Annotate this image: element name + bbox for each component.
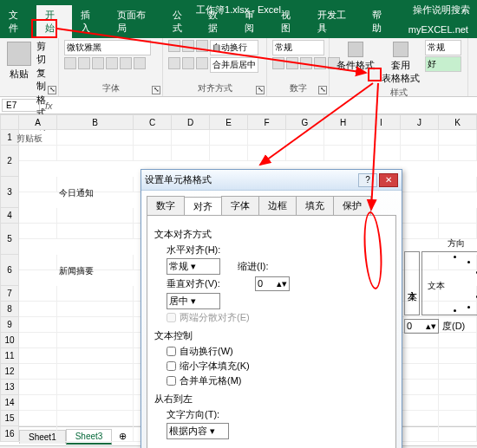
dialog-help-button[interactable]: ? [358, 173, 377, 187]
cell[interactable] [439, 380, 477, 395]
cell[interactable] [172, 130, 210, 146]
dialog-tab-number[interactable]: 数字 [147, 196, 185, 215]
dialog-tab-font[interactable]: 字体 [221, 196, 259, 215]
indent-spinner[interactable]: 0▴▾ [255, 276, 290, 291]
cell[interactable] [401, 177, 439, 192]
tab-home[interactable]: 开始 [36, 5, 73, 38]
v-align-select[interactable]: 居中 ▾ [167, 293, 220, 309]
row-header[interactable]: 13 [0, 380, 19, 395]
row-header[interactable]: 15 [0, 411, 19, 426]
cell[interactable] [439, 426, 477, 442]
cell[interactable] [401, 395, 439, 411]
cell[interactable] [57, 333, 134, 348]
cell[interactable] [57, 146, 134, 161]
font-name-select[interactable]: 微软雅黑 [64, 40, 151, 55]
cell[interactable] [19, 380, 57, 395]
cell[interactable] [439, 130, 477, 146]
number-format-select[interactable]: 常规 [272, 40, 324, 55]
cell[interactable] [19, 146, 57, 161]
row-header[interactable]: 12 [0, 364, 19, 380]
col-header[interactable]: E [210, 114, 248, 130]
dialog-tab-protect[interactable]: 保护 [333, 196, 371, 215]
tab-help[interactable]: 帮助 [363, 5, 400, 38]
degree-spinner[interactable]: 0▴▾ [404, 319, 439, 334]
cell[interactable] [439, 177, 477, 192]
vertical-text-button[interactable]: 文本 [404, 251, 420, 315]
row-header[interactable]: 8 [0, 302, 19, 317]
cell[interactable] [324, 146, 363, 161]
cell[interactable] [19, 255, 57, 270]
align-top-icon[interactable] [168, 40, 180, 52]
dec-inc-icon[interactable] [314, 57, 326, 69]
cell[interactable] [439, 395, 477, 411]
cell[interactable] [401, 208, 439, 224]
cell[interactable] [439, 146, 477, 161]
font-launcher[interactable]: ⤡ [152, 86, 160, 94]
dialog-tab-border[interactable]: 边框 [258, 196, 297, 215]
cell[interactable] [57, 426, 134, 442]
cell[interactable] [134, 146, 172, 161]
cell[interactable] [57, 208, 134, 224]
row-header[interactable]: 9 [0, 317, 19, 333]
percent-icon[interactable] [286, 57, 298, 69]
cell[interactable] [19, 208, 57, 224]
cell[interactable] [57, 224, 134, 239]
shrink-checkbox[interactable] [167, 361, 176, 371]
cell[interactable] [401, 364, 439, 380]
dialog-tab-fill[interactable]: 填充 [296, 196, 334, 215]
style-normal[interactable]: 常规 [425, 40, 461, 55]
clipboard-launcher[interactable]: ⤡ [48, 86, 56, 94]
cell[interactable] [248, 146, 286, 161]
wrap-button[interactable]: 自动换行 [210, 40, 258, 55]
comma-icon[interactable] [300, 57, 312, 69]
cell[interactable] [210, 146, 248, 161]
cell[interactable] [401, 130, 439, 146]
cell[interactable] [401, 146, 439, 161]
col-header[interactable]: G [286, 114, 324, 130]
cell[interactable] [19, 348, 57, 364]
fill-color-icon[interactable] [120, 57, 132, 69]
cell[interactable] [19, 333, 57, 348]
style-good[interactable]: 好 [425, 56, 461, 72]
align-right-icon[interactable] [196, 57, 208, 69]
align-launcher[interactable]: ⤡ [256, 86, 265, 94]
col-header[interactable]: I [363, 114, 401, 130]
cell[interactable] [439, 411, 477, 426]
cell[interactable] [439, 208, 477, 224]
cell[interactable] [19, 130, 57, 146]
align-mid-icon[interactable] [182, 40, 194, 52]
cell[interactable] [286, 146, 324, 161]
tab-myexcel[interactable]: myEXCEL.net [400, 21, 477, 38]
cell[interactable] [210, 130, 248, 146]
row-header[interactable]: 16 [0, 426, 19, 442]
row-header[interactable]: 6 [0, 255, 19, 286]
tab-file[interactable]: 文件 [0, 5, 36, 38]
cell[interactable] [439, 348, 477, 364]
text-dir-select[interactable]: 根据内容 ▾ [167, 423, 229, 439]
row-header[interactable]: 7 [0, 286, 19, 302]
cell[interactable] [19, 426, 57, 442]
cell[interactable] [363, 146, 401, 161]
h-align-select[interactable]: 常规 ▾ [167, 258, 220, 275]
cell[interactable] [134, 130, 172, 146]
row-header[interactable]: 5 [0, 224, 19, 255]
col-header[interactable]: D [172, 114, 210, 130]
row-header[interactable]: 2 [0, 146, 19, 177]
row-header[interactable]: 3 [0, 177, 19, 208]
cell[interactable] [19, 302, 57, 317]
currency-icon[interactable] [272, 57, 284, 69]
merge-checkbox[interactable] [167, 376, 176, 386]
cell[interactable] [19, 224, 57, 239]
tab-formulas[interactable]: 公式 [164, 5, 200, 38]
row-header[interactable]: 11 [0, 348, 19, 364]
col-header[interactable]: K [439, 114, 477, 130]
cell[interactable] [19, 177, 57, 192]
cell[interactable] [19, 317, 57, 333]
cell[interactable] [324, 130, 363, 146]
cell[interactable] [401, 426, 439, 442]
font-color-icon[interactable] [134, 57, 146, 69]
cell[interactable] [401, 333, 439, 348]
cut-button[interactable]: 剪切 [36, 40, 53, 66]
col-header[interactable]: C [134, 114, 172, 130]
dialog-tab-align[interactable]: 对齐 [184, 197, 222, 216]
